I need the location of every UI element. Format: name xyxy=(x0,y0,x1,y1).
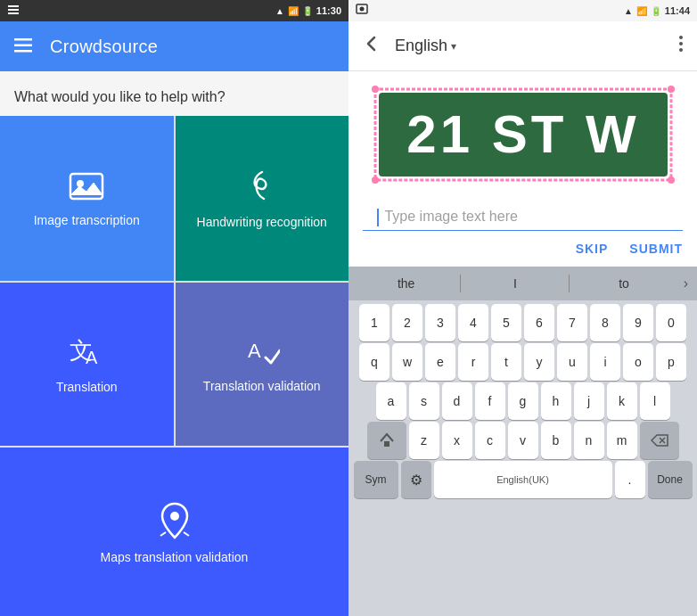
key-v[interactable]: v xyxy=(508,422,538,459)
notification-icon xyxy=(7,4,20,18)
cursor xyxy=(377,209,379,226)
key-z[interactable]: z xyxy=(409,422,439,459)
translation-tile[interactable]: 文 A Translation xyxy=(0,283,174,446)
svg-point-7 xyxy=(77,180,84,187)
suggestion-the[interactable]: the xyxy=(352,273,460,294)
key-m[interactable]: m xyxy=(607,422,637,459)
key-a[interactable]: a xyxy=(376,382,406,420)
status-bar-left: ▲ 📶 🔋 11:30 xyxy=(0,0,348,21)
language-text: English xyxy=(395,37,447,55)
help-text: What would you like to help with? xyxy=(0,71,348,116)
key-d[interactable]: d xyxy=(442,382,472,420)
key-t[interactable]: t xyxy=(491,343,521,381)
svg-point-15 xyxy=(679,42,683,45)
left-panel: ▲ 📶 🔋 11:30 Crowdsource What would you l… xyxy=(0,0,348,616)
key-2[interactable]: 2 xyxy=(392,304,422,341)
time-right: 11:44 xyxy=(665,5,690,16)
submit-button[interactable]: SUBMIT xyxy=(629,238,683,259)
key-7[interactable]: 7 xyxy=(557,304,587,341)
zxcv-row: z x c v b n m xyxy=(350,422,695,459)
translation-label: Translation xyxy=(56,380,118,394)
suggestion-to[interactable]: to xyxy=(570,273,677,294)
key-p[interactable]: p xyxy=(656,343,686,381)
sym-key[interactable]: Sym xyxy=(354,461,398,498)
key-0[interactable]: 0 xyxy=(656,304,686,341)
image-text-input[interactable]: Type image text here xyxy=(384,205,517,227)
more-options-button[interactable] xyxy=(672,28,690,64)
key-k[interactable]: k xyxy=(607,382,637,420)
key-f[interactable]: f xyxy=(475,382,505,420)
svg-point-14 xyxy=(679,36,683,39)
svg-text:21 ST W: 21 ST W xyxy=(406,104,639,164)
key-o[interactable]: o xyxy=(623,343,653,381)
hamburger-icon[interactable] xyxy=(14,37,32,57)
key-j[interactable]: j xyxy=(574,382,604,420)
maps-icon xyxy=(153,500,196,539)
key-s[interactable]: s xyxy=(409,382,439,420)
text-input-container[interactable]: Type image text here xyxy=(363,201,683,231)
dropdown-arrow-icon: ▾ xyxy=(451,40,456,53)
language-selector[interactable]: English ▾ xyxy=(395,37,665,55)
translation-validation-tile[interactable]: A Translation validation xyxy=(176,283,349,446)
key-3[interactable]: 3 xyxy=(425,304,455,341)
svg-point-11 xyxy=(170,512,179,521)
suggestion-expand-icon[interactable]: › xyxy=(678,275,693,292)
svg-point-13 xyxy=(360,7,365,12)
battery-left: 🔋 xyxy=(302,6,313,16)
bottom-row: Sym ⚙ English(UK) . Done xyxy=(350,461,695,498)
key-i[interactable]: i xyxy=(590,343,620,381)
key-c[interactable]: c xyxy=(475,422,505,459)
skip-button[interactable]: SKIP xyxy=(576,238,609,259)
key-8[interactable]: 8 xyxy=(590,304,620,341)
delete-key[interactable] xyxy=(640,422,679,459)
key-x[interactable]: x xyxy=(442,422,472,459)
key-4[interactable]: 4 xyxy=(458,304,488,341)
keyboard: 1 2 3 4 5 6 7 8 9 0 q w e r t y u i o p … xyxy=(348,300,697,616)
wifi-icon: 📶 xyxy=(288,6,299,16)
key-9[interactable]: 9 xyxy=(623,304,653,341)
svg-rect-0 xyxy=(8,5,19,7)
photo-icon-right xyxy=(356,4,368,18)
key-5[interactable]: 5 xyxy=(491,304,521,341)
key-e[interactable]: e xyxy=(425,343,455,381)
key-g[interactable]: g xyxy=(508,382,538,420)
svg-point-22 xyxy=(668,177,675,184)
key-u[interactable]: u xyxy=(557,343,587,381)
done-key[interactable]: Done xyxy=(648,461,693,498)
time-left: 11:30 xyxy=(316,5,341,16)
handwriting-icon xyxy=(246,168,278,204)
app-header: Crowdsource xyxy=(0,21,348,71)
key-r[interactable]: r xyxy=(458,343,488,381)
svg-rect-4 xyxy=(14,44,32,46)
key-y[interactable]: y xyxy=(524,343,554,381)
svg-text:A: A xyxy=(86,348,98,367)
actions-row: SKIP SUBMIT xyxy=(348,231,697,267)
maps-translation-tile[interactable]: Maps translation validation xyxy=(0,448,348,616)
space-key[interactable]: English(UK) xyxy=(434,461,612,498)
svg-point-21 xyxy=(372,177,379,184)
key-6[interactable]: 6 xyxy=(524,304,554,341)
key-q[interactable]: q xyxy=(359,343,390,381)
key-1[interactable]: 1 xyxy=(359,304,390,341)
svg-rect-24 xyxy=(384,441,390,447)
handwriting-recognition-tile[interactable]: Handwriting recognition xyxy=(176,116,349,281)
suggestion-i[interactable]: I xyxy=(461,273,569,294)
key-w[interactable]: w xyxy=(392,343,422,381)
right-header: English ▾ xyxy=(348,21,697,71)
status-bar-right: ▲ 📶 🔋 11:44 xyxy=(348,0,697,21)
maps-translation-label: Maps translation validation xyxy=(101,550,249,564)
image-icon xyxy=(69,170,104,202)
image-transcription-tile[interactable]: Image transcription xyxy=(0,116,174,281)
key-n[interactable]: n xyxy=(574,422,604,459)
period-key[interactable]: . xyxy=(615,461,645,498)
status-icons-right: ▲ 📶 🔋 11:44 xyxy=(624,5,690,16)
svg-point-19 xyxy=(372,86,379,93)
gear-key[interactable]: ⚙ xyxy=(401,461,431,498)
shift-key[interactable] xyxy=(367,422,406,459)
battery-right: 🔋 xyxy=(651,6,661,16)
suggestion-row: the I to › xyxy=(348,267,697,300)
key-l[interactable]: l xyxy=(640,382,670,420)
key-h[interactable]: h xyxy=(541,382,571,420)
key-b[interactable]: b xyxy=(541,422,571,459)
back-button[interactable] xyxy=(356,28,388,64)
